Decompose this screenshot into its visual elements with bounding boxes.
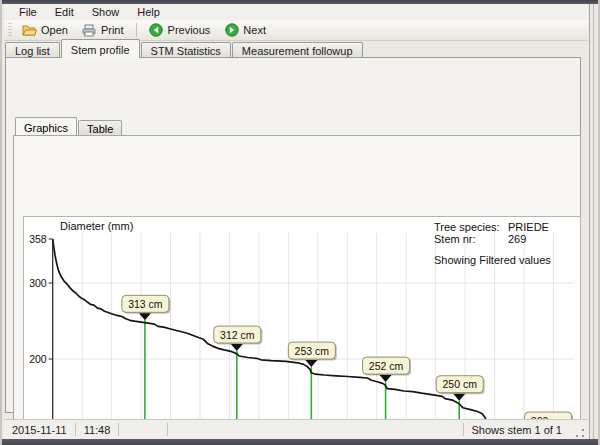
status-bar: 2015-11-11 11:48 Shows stem 1 of 1 (4, 419, 588, 439)
status-stem-count: Shows stem 1 of 1 (464, 423, 571, 437)
chart-panel: Q5Q8Q6313 cm312 cm253 cm252 cm250 cm300 … (23, 216, 581, 445)
next-arrow-icon (224, 23, 239, 37)
previous-arrow-icon (149, 23, 164, 37)
svg-text:200: 200 (29, 353, 47, 365)
tab-measurement-followup[interactable]: Measurement followup (232, 42, 363, 58)
svg-text:253 cm: 253 cm (295, 345, 330, 357)
window-right-edge (589, 4, 598, 439)
tab-stm-statistics[interactable]: STM Statistics (141, 42, 231, 58)
open-label: Open (41, 24, 68, 36)
chart-info-block: Tree species: PRIEDE Stem nr: 269 Showin… (434, 221, 580, 266)
resize-grip-icon[interactable] (574, 427, 586, 439)
sub-tab-strip: Graphics Table (15, 119, 123, 135)
previous-button[interactable]: Previous (142, 20, 218, 40)
menu-file[interactable]: File (10, 5, 46, 19)
toolbar-grip[interactable] (8, 23, 12, 37)
graphics-page: Q5Q8Q6313 cm312 cm253 cm252 cm250 cm300 … (13, 135, 581, 445)
cut-annotation: 313 cm (122, 295, 171, 320)
menu-show[interactable]: Show (83, 5, 129, 19)
open-folder-icon (22, 23, 37, 37)
cut-annotation: 312 cm (214, 326, 263, 351)
printer-icon (82, 23, 97, 37)
svg-text:250 cm: 250 cm (442, 378, 477, 390)
menu-edit[interactable]: Edit (46, 5, 83, 19)
tab-graphics[interactable]: Graphics (15, 117, 77, 135)
window-bottom-edge (2, 439, 598, 445)
svg-text:300: 300 (29, 277, 47, 289)
menu-bar: File Edit Show Help (4, 4, 588, 20)
toolbar: Open Print Previous (4, 20, 588, 41)
next-button[interactable]: Next (217, 20, 273, 40)
svg-text:313 cm: 313 cm (128, 298, 163, 310)
status-time: 11:48 (76, 423, 119, 437)
toolbar-separator (136, 23, 137, 37)
tab-table[interactable]: Table (78, 120, 122, 135)
status-date: 2015-11-11 (4, 423, 75, 437)
stem-nr-value: 269 (508, 233, 526, 245)
app-window: File Edit Show Help Open Print (0, 0, 600, 445)
filter-note: Showing Filtered values (434, 254, 580, 266)
previous-label: Previous (168, 24, 211, 36)
y-axis-title: Diameter (mm) (60, 220, 133, 232)
main-tab-strip: Log list Stem profile STM Statistics Mea… (5, 41, 584, 58)
print-button[interactable]: Print (75, 20, 131, 40)
next-label: Next (243, 24, 266, 36)
open-button[interactable]: Open (15, 20, 75, 40)
stem-nr-label: Stem nr: (434, 233, 508, 245)
stem-profile-page: Graphics Table Q5Q8Q6313 cm312 cm253 cm2… (5, 57, 581, 413)
tree-species-label: Tree species: (434, 221, 508, 233)
cut-annotation: 252 cm (363, 357, 412, 382)
svg-text:312 cm: 312 cm (220, 329, 255, 341)
tab-log-list[interactable]: Log list (5, 42, 60, 58)
svg-text:252 cm: 252 cm (369, 360, 404, 372)
status-empty-cell (119, 423, 167, 437)
menu-help[interactable]: Help (128, 5, 169, 19)
svg-text:358: 358 (29, 233, 47, 245)
tree-species-value: PRIEDE (508, 221, 549, 233)
tab-stem-profile[interactable]: Stem profile (61, 39, 140, 58)
print-label: Print (101, 24, 124, 36)
status-divider (167, 423, 168, 436)
